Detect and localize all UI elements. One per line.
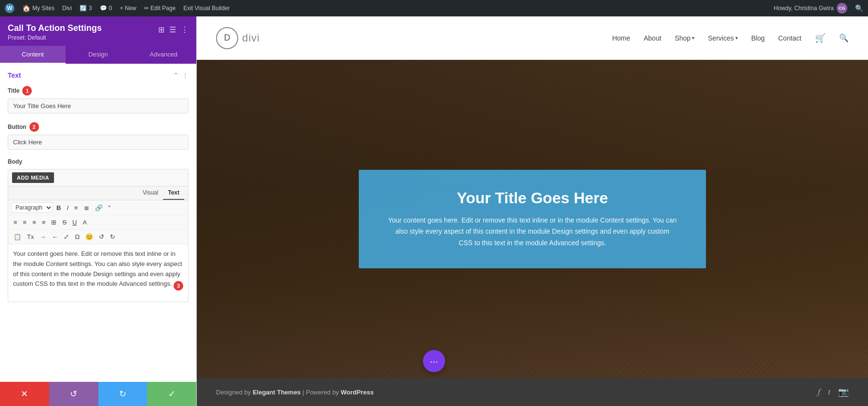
twitter-icon[interactable]: 𝑡 [828, 387, 830, 397]
paste-button[interactable]: 📋 [11, 232, 24, 242]
divi-label: Divi [62, 5, 72, 12]
site-footer: Designed by Elegant Themes | Powered by … [197, 378, 868, 406]
undo-editor-button[interactable]: ↺ [96, 232, 107, 242]
ul-button[interactable]: ≡ [72, 203, 81, 213]
cta-title: Your Title Goes Here [388, 189, 677, 207]
panel-layout-icon[interactable]: ☰ [169, 25, 176, 34]
special-char-button[interactable]: Ω [72, 232, 82, 242]
body-badge: 3 [174, 281, 183, 291]
button-field-group: Button 2 [8, 122, 189, 150]
section-collapse-icon[interactable]: ⌃ [173, 71, 179, 79]
indent-button[interactable]: → [37, 232, 48, 242]
cta-box[interactable]: Your Title Goes Here Your content goes h… [359, 169, 706, 268]
link-button[interactable]: 🔗 [93, 203, 105, 213]
fullscreen-button[interactable]: ⤢ [61, 232, 71, 242]
divi-item[interactable]: Divi [62, 5, 72, 12]
tab-content[interactable]: Content [0, 46, 66, 64]
section-more-icon[interactable]: ⋮ [182, 71, 189, 79]
tab-visual[interactable]: Visual [138, 186, 163, 200]
nav-search-icon[interactable]: 🔍 [839, 33, 849, 42]
logo-text: divi [242, 32, 260, 44]
site-preview: D divi Home About Shop ▾ Services ▾ [197, 16, 868, 406]
nav-about[interactable]: About [644, 34, 662, 42]
cancel-icon: ✕ [21, 389, 28, 399]
fab-button[interactable]: ··· [423, 350, 445, 372]
clear-format-button[interactable]: Tx [25, 232, 36, 242]
panel-header: Call To Action Settings Preset: Default … [0, 16, 196, 46]
instagram-icon[interactable]: 📷 [838, 387, 849, 397]
facebook-icon[interactable]: 𝑓 [818, 387, 820, 397]
wordpress-link[interactable]: WordPress [341, 389, 374, 396]
cancel-button[interactable]: ✕ [0, 382, 49, 406]
emoji-button[interactable]: 😊 [83, 232, 95, 242]
editor-content[interactable]: Your content goes here. Edit or remove t… [8, 244, 189, 302]
new-item[interactable]: + New [120, 5, 136, 12]
title-input[interactable] [8, 98, 189, 113]
toolbar-row-3: 📋 Tx → ← ⤢ Ω 😊 ↺ ↻ [8, 230, 188, 244]
quote-button[interactable]: " [106, 203, 113, 213]
footer-credit: Designed by Elegant Themes | Powered by … [216, 389, 374, 396]
color-button[interactable]: A [80, 217, 89, 227]
tab-design[interactable]: Design [66, 46, 131, 64]
table-button[interactable]: ⊞ [49, 217, 59, 227]
comments-item[interactable]: 💬 0 [100, 5, 112, 12]
panel-body: Text ⌃ ⋮ Title 1 Button 2 [0, 64, 196, 382]
admin-search-icon[interactable]: 🔍 [855, 4, 863, 12]
nav-contact[interactable]: Contact [778, 34, 801, 42]
wp-logo-item[interactable]: W [5, 3, 14, 13]
undo-button[interactable]: ↺ [49, 382, 98, 406]
refresh-icon: 🔄 [80, 5, 87, 12]
settings-panel: Call To Action Settings Preset: Default … [0, 16, 197, 406]
refresh-item[interactable]: 🔄 3 [80, 5, 92, 12]
fab-icon: ··· [430, 356, 438, 367]
nav-shop[interactable]: Shop ▾ [675, 34, 694, 42]
body-label: Body [8, 158, 189, 165]
editor-toolbar: ADD MEDIA Visual Text Paragraph Hea [8, 169, 189, 244]
outdent-button[interactable]: ← [49, 232, 60, 242]
redo-icon: ↻ [119, 389, 126, 399]
new-label: + New [120, 5, 136, 12]
button-input[interactable] [8, 135, 189, 150]
redo-button[interactable]: ↻ [98, 382, 148, 406]
justify-button[interactable]: ≡ [40, 217, 48, 227]
cta-body: Your content goes here. Edit or remove t… [388, 214, 677, 249]
align-center-button[interactable]: ≡ [21, 217, 29, 227]
elegant-themes-link[interactable]: Elegant Themes [253, 389, 301, 396]
nav-home[interactable]: Home [612, 34, 630, 42]
services-dropdown-icon: ▾ [735, 35, 738, 41]
align-left-button[interactable]: ≡ [11, 217, 20, 227]
strikethrough-button[interactable]: S [60, 217, 69, 227]
tab-advanced[interactable]: Advanced [131, 46, 196, 64]
save-button[interactable]: ✓ [147, 382, 196, 406]
home-icon: 🏠 [22, 4, 30, 12]
section-title: Text [8, 71, 21, 79]
body-field-group: Body ADD MEDIA Visual Text [8, 158, 189, 302]
align-right-button[interactable]: ≡ [30, 217, 39, 227]
panel-actions: ✕ ↺ ↻ ✓ [0, 382, 196, 406]
refresh-count: 3 [89, 5, 92, 12]
panel-copy-icon[interactable]: ⊞ [158, 25, 164, 34]
cart-icon[interactable]: 🛒 [815, 33, 826, 43]
panel-menu-icon[interactable]: ⋮ [181, 25, 189, 34]
button-badge: 2 [29, 122, 39, 132]
paragraph-select[interactable]: Paragraph Heading 1 Heading 2 [11, 202, 53, 213]
social-icons: 𝑓 𝑡 📷 [818, 387, 849, 397]
toolbar-row-1: Paragraph Heading 1 Heading 2 B I ≡ ≣ 🔗 … [8, 200, 188, 215]
edit-page-item[interactable]: ✏ Edit Page [144, 5, 176, 12]
add-media-button[interactable]: ADD MEDIA [12, 172, 54, 183]
italic-button[interactable]: I [64, 203, 71, 213]
save-icon: ✓ [168, 389, 176, 399]
nav-services[interactable]: Services ▾ [708, 34, 738, 42]
tab-text[interactable]: Text [163, 186, 184, 200]
panel-preset[interactable]: Preset: Default [8, 34, 102, 41]
title-field-group: Title 1 [8, 86, 189, 113]
wp-admin-bar: W 🏠 My Sites Divi 🔄 3 💬 0 + New ✏ Edit P… [0, 0, 868, 16]
bold-button[interactable]: B [54, 203, 63, 213]
exit-builder-item[interactable]: Exit Visual Builder [183, 5, 230, 12]
ol-button[interactable]: ≣ [81, 203, 92, 213]
my-sites-item[interactable]: 🏠 My Sites [22, 4, 54, 12]
redo-editor-button[interactable]: ↻ [108, 232, 118, 242]
underline-button[interactable]: U [70, 217, 79, 227]
nav-blog[interactable]: Blog [751, 34, 765, 42]
avatar: CG [837, 3, 847, 14]
